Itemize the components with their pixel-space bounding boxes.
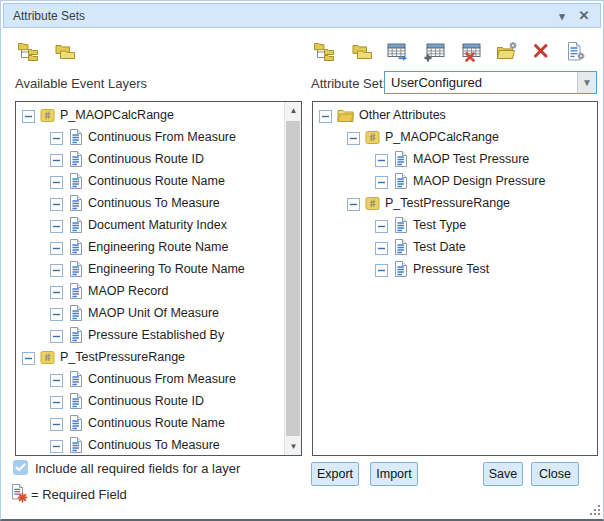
expander-minus-icon[interactable] [347,197,360,210]
expander-minus-icon[interactable] [50,329,63,342]
scroll-up-icon[interactable]: ▲ [285,102,302,119]
expander-minus-icon[interactable] [50,373,63,386]
tree-item-label: MAOP Record [88,284,168,298]
tree-item-label: Continuous Route ID [88,152,204,166]
tree-item[interactable]: Engineering Route Name [16,236,283,258]
expander-minus-icon[interactable] [375,153,388,166]
tree-item[interactable]: #P_TestPressureRange [313,192,597,214]
folders-icon[interactable] [54,41,76,62]
field-icon [393,217,408,233]
field-icon [68,217,83,233]
scroll-down-icon[interactable]: ▼ [285,438,302,455]
tree-item[interactable]: Continuous To Measure [16,192,283,214]
tree-item-label: Document Maturity Index [88,218,227,232]
tree-item-label: P_MAOPCalcRange [385,130,499,144]
expander-minus-icon[interactable] [50,219,63,232]
event-icon: # [40,108,55,123]
dropdown-arrow-icon[interactable]: ▾ [554,7,570,25]
combo-dropdown-button[interactable]: ▼ [577,72,596,93]
tree-item[interactable]: #P_MAOPCalcRange [16,104,283,126]
expander-minus-icon[interactable] [22,109,35,122]
field-icon [68,415,83,431]
tree-item[interactable]: Continuous From Measure [16,368,283,390]
folder-gear-icon[interactable] [496,41,518,62]
tree-item[interactable]: MAOP Unit Of Measure [16,302,283,324]
tree-item[interactable]: Continuous Route ID [16,390,283,412]
required-field-icon [10,483,28,502]
expander-minus-icon[interactable] [375,219,388,232]
field-icon [68,195,83,211]
tree-item[interactable]: Continuous Route Name [16,412,283,434]
expander-minus-icon[interactable] [50,153,63,166]
tree-item[interactable]: Pressure Test [313,258,597,280]
expander-minus-icon[interactable] [375,263,388,276]
vertical-scrollbar[interactable]: ▲ ▼ [284,102,301,455]
expander-minus-icon[interactable] [50,307,63,320]
scrollbar-thumb[interactable] [286,121,300,436]
tree-item[interactable]: Document Maturity Index [16,214,283,236]
tree-item[interactable]: Test Type [313,214,597,236]
expander-minus-icon[interactable] [50,417,63,430]
folders-icon[interactable] [351,41,373,62]
folder-tree-icon[interactable] [18,41,40,62]
tree-item[interactable]: Continuous Route Name [16,170,283,192]
field-icon [68,173,83,189]
expander-minus-icon[interactable] [375,175,388,188]
import-button[interactable]: Import [370,462,418,486]
expander-minus-icon[interactable] [50,439,63,452]
expander-minus-icon[interactable] [375,241,388,254]
close-button[interactable]: Close [531,462,579,486]
tree-item[interactable]: Pressure Established By [16,324,283,346]
expander-minus-icon[interactable] [50,395,63,408]
tree-item[interactable]: Continuous Route ID [16,148,283,170]
expander-minus-icon[interactable] [319,109,332,122]
table-add-icon[interactable] [424,41,446,62]
delete-x-icon[interactable] [532,41,554,62]
tree-item-label: Continuous From Measure [88,130,236,144]
tree-item[interactable]: MAOP Record [16,280,283,302]
tree-item-label: Other Attributes [359,108,446,122]
tree-item[interactable]: MAOP Test Pressure [313,148,597,170]
expander-minus-icon[interactable] [50,175,63,188]
table-export-icon[interactable] [387,41,409,62]
tree-item[interactable]: Other Attributes [313,104,597,126]
tree-item-label: Engineering Route Name [88,240,228,254]
tree-item[interactable]: Test Date [313,236,597,258]
expander-minus-icon[interactable] [50,285,63,298]
tree-item-label: P_TestPressureRange [385,196,510,210]
field-icon [68,327,83,343]
tree-item[interactable]: Continuous From Measure [16,126,283,148]
tree-item[interactable]: Continuous To Measure [16,434,283,456]
tree-item[interactable]: #P_TestPressureRange [16,346,283,368]
tree-item-label: P_MAOPCalcRange [60,108,174,122]
field-icon [68,261,83,277]
event-icon: # [365,130,380,145]
tree-item-label: Test Date [413,240,466,254]
attribute-sets-dialog: Attribute Sets ▾ ✕ [0,0,604,521]
folder-tree-icon[interactable] [314,41,336,62]
resize-grip[interactable] [587,502,600,515]
field-icon [68,283,83,299]
close-icon[interactable]: ✕ [576,7,592,25]
required-field-legend: = Required Field [31,487,127,502]
table-remove-icon[interactable] [460,41,482,62]
expander-minus-icon[interactable] [50,197,63,210]
attribute-set-value[interactable]: UserConfigured [385,75,577,90]
tree-item-label: Pressure Test [413,262,489,276]
export-button[interactable]: Export [311,462,359,486]
tree-item-label: Continuous From Measure [88,372,236,386]
attribute-set-combobox[interactable]: UserConfigured ▼ [384,71,597,94]
tree-item[interactable]: #P_MAOPCalcRange [313,126,597,148]
expander-minus-icon[interactable] [22,351,35,364]
tree-item[interactable]: Engineering To Route Name [16,258,283,280]
expander-minus-icon[interactable] [50,263,63,276]
field-icon [393,173,408,189]
tree-item[interactable]: MAOP Design Pressure [313,170,597,192]
expander-minus-icon[interactable] [50,131,63,144]
expander-minus-icon[interactable] [347,131,360,144]
event-icon: # [365,196,380,211]
include-required-fields-checkbox[interactable] [13,460,28,475]
page-settings-icon[interactable] [565,41,587,62]
save-button[interactable]: Save [483,462,523,486]
expander-minus-icon[interactable] [50,241,63,254]
